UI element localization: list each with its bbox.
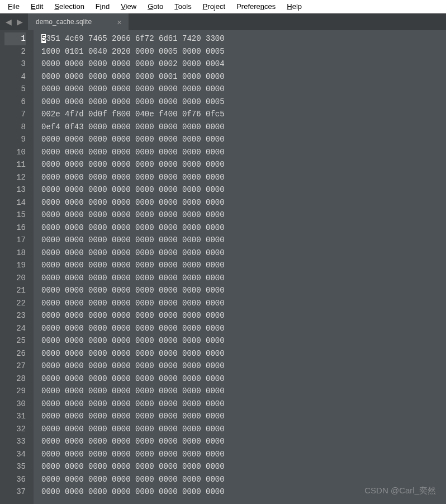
editor-line[interactable]: 0000 0000 0000 0000 0000 0000 0000 0000 (41, 385, 438, 398)
line-number: 36 (4, 473, 26, 486)
line-number: 34 (4, 448, 26, 461)
editor-line[interactable]: 0000 0000 0000 0000 0000 0000 0000 0000 (41, 83, 438, 96)
editor-line[interactable]: 0000 0000 0000 0000 0000 0000 0000 0000 (41, 183, 438, 196)
line-number: 35 (4, 460, 26, 473)
editor-line[interactable]: 0000 0000 0000 0000 0000 0000 0000 0000 (41, 360, 438, 373)
line-number: 10 (4, 146, 26, 159)
editor-line[interactable]: 0000 0000 0000 0000 0000 0001 0000 0000 (41, 70, 438, 83)
line-number: 31 (4, 410, 26, 423)
editor-line[interactable]: 0000 0000 0000 0000 0000 0002 0000 0004 (41, 58, 438, 70)
line-number: 12 (4, 171, 26, 184)
line-number: 18 (4, 247, 26, 260)
menu-goto[interactable]: Goto (142, 1, 169, 12)
editor-line[interactable]: 0000 0000 0000 0000 0000 0000 0000 0000 (41, 272, 438, 285)
editor-line[interactable]: 0000 0000 0000 0000 0000 0000 0000 0000 (41, 322, 438, 335)
line-number: 14 (4, 196, 26, 209)
line-number: 21 (4, 284, 26, 297)
editor-line[interactable]: 0000 0000 0000 0000 0000 0000 0000 0000 (41, 133, 438, 146)
line-number: 16 (4, 222, 26, 234)
line-number: 11 (4, 158, 26, 171)
editor-line[interactable]: 0000 0000 0000 0000 0000 0000 0000 0000 (41, 373, 438, 385)
line-number: 6 (4, 96, 26, 109)
editor-line[interactable]: 0000 0000 0000 0000 0000 0000 0000 0000 (41, 410, 438, 423)
line-gutter: 1234567891011121314151617181920212223242… (0, 30, 34, 504)
menu-file[interactable]: File (2, 1, 25, 12)
close-icon[interactable]: × (117, 17, 122, 27)
editor-line[interactable]: 0000 0000 0000 0000 0000 0000 0000 0000 (41, 473, 438, 486)
editor[interactable]: 1234567891011121314151617181920212223242… (0, 30, 446, 504)
line-number: 29 (4, 385, 26, 398)
editor-line[interactable]: 0000 0000 0000 0000 0000 0000 0000 0000 (41, 196, 438, 209)
editor-content[interactable]: 5351 4c69 7465 2066 6f72 6d61 7420 33001… (34, 30, 446, 504)
editor-line[interactable]: 0ef4 0f43 0000 0000 0000 0000 0000 0000 (41, 121, 438, 134)
menu-edit[interactable]: Edit (25, 1, 49, 12)
menu-view[interactable]: View (115, 1, 142, 12)
line-number: 20 (4, 272, 26, 285)
editor-line[interactable]: 0000 0000 0000 0000 0000 0000 0000 0000 (41, 158, 438, 171)
tab-title: demo_cache.sqlite (36, 18, 92, 26)
toolbar: ◀ ▶ demo_cache.sqlite × (0, 13, 446, 30)
menu-selection[interactable]: Selection (49, 1, 89, 12)
editor-line[interactable]: 0000 0000 0000 0000 0000 0000 0000 0000 (41, 222, 438, 234)
line-number: 19 (4, 259, 26, 272)
editor-line[interactable]: 1000 0101 0040 2020 0000 0005 0000 0005 (41, 45, 438, 58)
menu-project[interactable]: Project (197, 1, 231, 12)
editor-line[interactable]: 0000 0000 0000 0000 0000 0000 0000 0000 (41, 435, 438, 448)
menubar: File Edit Selection Find View Goto Tools… (0, 0, 446, 13)
line-number: 28 (4, 373, 26, 385)
editor-line[interactable]: 0000 0000 0000 0000 0000 0000 0000 0000 (41, 247, 438, 260)
menu-find[interactable]: Find (90, 1, 115, 12)
editor-line[interactable]: 0000 0000 0000 0000 0000 0000 0000 0000 (41, 234, 438, 247)
line-number: 2 (4, 45, 26, 58)
line-number: 32 (4, 423, 26, 436)
editor-line[interactable]: 0000 0000 0000 0000 0000 0000 0000 0005 (41, 96, 438, 109)
line-number: 26 (4, 347, 26, 360)
editor-line[interactable]: 0000 0000 0000 0000 0000 0000 0000 0000 (41, 423, 438, 436)
line-number: 17 (4, 234, 26, 247)
editor-line[interactable]: 0000 0000 0000 0000 0000 0000 0000 0000 (41, 146, 438, 159)
line-number: 1 (4, 32, 26, 45)
nav-forward-icon[interactable]: ▶ (16, 17, 23, 26)
line-number: 24 (4, 322, 26, 335)
line-number: 9 (4, 133, 26, 146)
editor-line[interactable]: 5351 4c69 7465 2066 6f72 6d61 7420 3300 (41, 32, 438, 45)
menu-help[interactable]: Help (281, 1, 307, 12)
editor-line[interactable]: 0000 0000 0000 0000 0000 0000 0000 0000 (41, 259, 438, 272)
editor-line[interactable]: 0000 0000 0000 0000 0000 0000 0000 0000 (41, 398, 438, 411)
line-number: 23 (4, 309, 26, 322)
nav-back-icon[interactable]: ◀ (4, 17, 12, 26)
line-number: 33 (4, 435, 26, 448)
menu-tools[interactable]: Tools (169, 1, 197, 12)
editor-line[interactable]: 0000 0000 0000 0000 0000 0000 0000 0000 (41, 171, 438, 184)
line-number: 7 (4, 108, 26, 121)
editor-line[interactable]: 0000 0000 0000 0000 0000 0000 0000 0000 (41, 209, 438, 222)
editor-line[interactable]: 0000 0000 0000 0000 0000 0000 0000 0000 (41, 448, 438, 461)
editor-line[interactable]: 0000 0000 0000 0000 0000 0000 0000 0000 (41, 297, 438, 310)
editor-line[interactable]: 0000 0000 0000 0000 0000 0000 0000 0000 (41, 486, 438, 498)
editor-line[interactable]: 0000 0000 0000 0000 0000 0000 0000 0000 (41, 335, 438, 347)
editor-line[interactable]: 002e 4f7d 0d0f f800 040e f400 0f76 0fc5 (41, 108, 438, 121)
line-number: 8 (4, 121, 26, 134)
nav-arrows: ◀ ▶ (0, 17, 28, 26)
line-number: 5 (4, 83, 26, 96)
editor-line[interactable]: 0000 0000 0000 0000 0000 0000 0000 0000 (41, 284, 438, 297)
line-number: 27 (4, 360, 26, 373)
editor-line[interactable]: 0000 0000 0000 0000 0000 0000 0000 0000 (41, 347, 438, 360)
line-number: 30 (4, 398, 26, 411)
cursor: 5 (41, 34, 46, 43)
line-number: 15 (4, 209, 26, 222)
line-number: 25 (4, 335, 26, 347)
line-number: 3 (4, 58, 26, 70)
line-number: 13 (4, 183, 26, 196)
line-number: 4 (4, 70, 26, 83)
editor-line[interactable]: 0000 0000 0000 0000 0000 0000 0000 0000 (41, 309, 438, 322)
line-number: 22 (4, 297, 26, 310)
file-tab[interactable]: demo_cache.sqlite × (28, 13, 129, 30)
editor-line[interactable]: 0000 0000 0000 0000 0000 0000 0000 0000 (41, 460, 438, 473)
menu-preferences[interactable]: Preferences (231, 1, 281, 12)
line-number: 37 (4, 486, 26, 498)
